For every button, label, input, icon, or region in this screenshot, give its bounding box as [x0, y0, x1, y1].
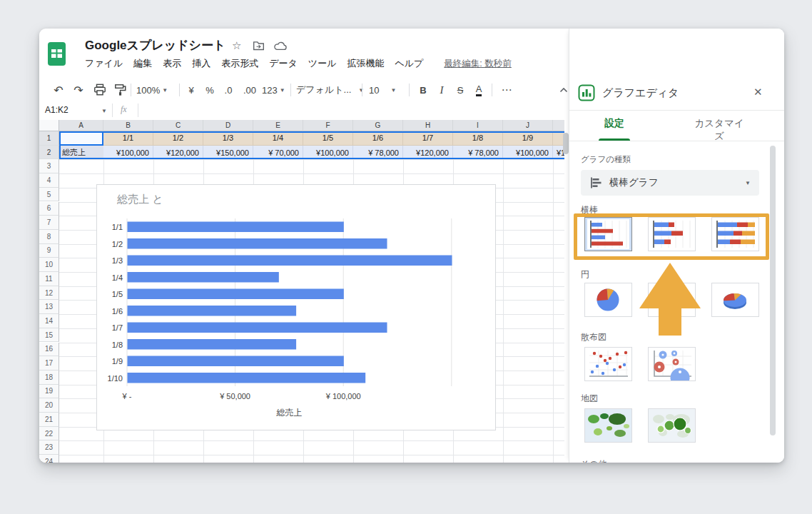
cell-r2-C[interactable]: ¥120,000	[153, 146, 203, 160]
row-header-24[interactable]: 24	[39, 455, 59, 463]
row-header-7[interactable]: 7	[39, 216, 59, 230]
row-header-11[interactable]: 11	[39, 272, 59, 286]
menu-item-8[interactable]: ヘルプ	[395, 57, 423, 70]
panel-scrollbar[interactable]	[770, 146, 776, 435]
last-edit-link[interactable]: 最終編集: 数秒前	[444, 58, 511, 70]
cloud-saved-icon[interactable]	[274, 41, 287, 51]
sheets-logo-icon[interactable]	[47, 41, 66, 66]
row-header-22[interactable]: 22	[39, 427, 59, 441]
chart-bar-1/8[interactable]	[128, 339, 297, 350]
cell-r2-G[interactable]: ¥ 78,000	[353, 146, 403, 160]
row-header-18[interactable]: 18	[39, 371, 59, 385]
cell-r2-J[interactable]: ¥100,000	[503, 146, 553, 160]
chart-type-thumb-bar-100[interactable]	[711, 217, 759, 251]
move-folder-icon[interactable]	[253, 41, 265, 51]
cell-r1-G[interactable]: 1/6	[353, 131, 403, 146]
chart-type-dropdown[interactable]: 横棒グラフ ▼	[581, 170, 759, 196]
tab-customize[interactable]: カスタマイズ	[691, 117, 748, 143]
row-header-5[interactable]: 5	[39, 188, 59, 202]
chart-bar-1/3[interactable]	[128, 256, 452, 266]
name-box[interactable]: A1:K2	[45, 105, 68, 115]
paint-format-icon[interactable]	[111, 80, 130, 100]
chart-bar-1/4[interactable]	[128, 272, 279, 283]
more-options-button[interactable]: ⋯	[497, 80, 516, 100]
chart-type-thumb-bar-basic[interactable]	[584, 217, 632, 251]
name-box-caret[interactable]: ▼	[101, 108, 107, 114]
cell-r1-J[interactable]: 1/9	[503, 131, 553, 146]
row-header-10[interactable]: 10	[39, 258, 59, 272]
column-header-C[interactable]: C	[153, 120, 203, 131]
percent-format-button[interactable]: %	[202, 80, 218, 100]
column-header-J[interactable]: J	[503, 120, 553, 131]
undo-icon[interactable]: ↶	[49, 80, 68, 100]
cell-r1-E[interactable]: 1/4	[253, 131, 303, 146]
italic-button[interactable]: I	[433, 80, 450, 100]
menu-item-1[interactable]: 編集	[133, 57, 152, 70]
chart-bar-1/10[interactable]	[128, 373, 366, 383]
chart-bar-1/5[interactable]	[128, 289, 344, 300]
chart-bar-1/9[interactable]	[128, 356, 344, 367]
spreadsheet-grid[interactable]: 総売上 と 1/11/21/31/41/51/61/71/81/91/10¥ -…	[39, 120, 564, 463]
chart-type-thumb-donut[interactable]	[648, 283, 696, 317]
row-header-20[interactable]: 20	[39, 398, 59, 413]
menu-item-7[interactable]: 拡張機能	[347, 57, 384, 70]
row-header-23[interactable]: 23	[39, 440, 59, 455]
row-header-1[interactable]: 1	[39, 131, 59, 146]
chart-bar-1/1[interactable]	[128, 222, 344, 233]
cell-r2-E[interactable]: ¥ 70,000	[253, 146, 303, 160]
row-header-17[interactable]: 17	[39, 356, 59, 371]
increase-decimal-button[interactable]: .00	[239, 80, 260, 100]
text-color-button[interactable]: A	[470, 80, 487, 100]
cell-r2-D[interactable]: ¥150,000	[203, 146, 253, 160]
font-size-select[interactable]: 10▼	[369, 80, 396, 100]
select-all-corner[interactable]	[39, 120, 59, 131]
row-header-12[interactable]: 12	[39, 286, 59, 301]
column-header-K[interactable]: K	[553, 120, 564, 131]
column-header-B[interactable]: B	[103, 120, 153, 131]
row-header-16[interactable]: 16	[39, 343, 59, 357]
cell-r2-B[interactable]: ¥100,000	[103, 146, 153, 160]
sheet-vertical-scrollbar[interactable]	[563, 133, 569, 154]
cell-r1-H[interactable]: 1/7	[403, 131, 453, 146]
row-header-15[interactable]: 15	[39, 328, 59, 343]
active-cell-A1[interactable]	[59, 131, 103, 146]
row-header-2[interactable]: 2	[39, 146, 59, 160]
zoom-select[interactable]: 100%▼	[136, 80, 168, 100]
cell-r2-I[interactable]: ¥ 78,000	[453, 146, 503, 160]
decrease-decimal-button[interactable]: .0	[219, 80, 238, 100]
cell-r1-I[interactable]: 1/8	[453, 131, 503, 146]
row-header-14[interactable]: 14	[39, 314, 59, 328]
menu-item-2[interactable]: 表示	[163, 57, 181, 70]
menu-item-6[interactable]: ツール	[308, 57, 337, 70]
chart-type-thumb-pie-3d[interactable]	[711, 283, 759, 317]
redo-icon[interactable]: ↷	[69, 80, 88, 100]
menu-item-5[interactable]: データ	[269, 57, 298, 70]
print-icon[interactable]	[91, 80, 109, 100]
font-select[interactable]: デフォルト...▼	[296, 80, 364, 100]
column-header-A[interactable]: A	[59, 120, 103, 131]
row-header-8[interactable]: 8	[39, 230, 59, 244]
chart-bar-1/6[interactable]	[128, 306, 297, 316]
row-header-3[interactable]: 3	[39, 159, 59, 173]
number-format-menu[interactable]: 123▼	[262, 80, 285, 100]
chart-type-thumb-geo[interactable]	[584, 408, 632, 443]
chart-bar-1/2[interactable]	[128, 238, 387, 249]
row-header-9[interactable]: 9	[39, 244, 59, 258]
cell-r1-F[interactable]: 1/5	[303, 131, 353, 146]
embedded-chart[interactable]: 総売上 と 1/11/21/31/41/51/61/71/81/91/10¥ -…	[96, 184, 496, 430]
menu-item-4[interactable]: 表示形式	[221, 57, 258, 70]
tab-settings[interactable]: 設定	[599, 117, 630, 130]
cell-r2-H[interactable]: ¥120,000	[403, 146, 453, 160]
bold-button[interactable]: B	[415, 80, 432, 100]
row-header-13[interactable]: 13	[39, 300, 59, 314]
column-header-H[interactable]: H	[403, 120, 453, 131]
row-header-19[interactable]: 19	[39, 385, 59, 399]
cell-r2-A[interactable]: 総売上	[59, 146, 103, 160]
row-header-4[interactable]: 4	[39, 173, 59, 188]
close-icon[interactable]: ✕	[753, 86, 763, 99]
column-header-I[interactable]: I	[453, 120, 503, 131]
row-header-21[interactable]: 21	[39, 413, 59, 427]
cell-r1-C[interactable]: 1/2	[153, 131, 203, 146]
menu-item-0[interactable]: ファイル	[85, 57, 123, 70]
menu-item-3[interactable]: 挿入	[192, 57, 210, 70]
